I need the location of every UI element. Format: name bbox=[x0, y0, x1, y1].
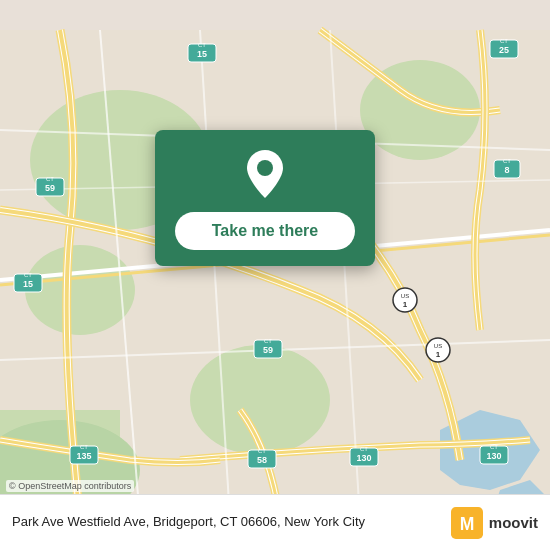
bottom-bar: Park Ave Westfield Ave, Bridgeport, CT 0… bbox=[0, 494, 550, 550]
osm-attribution: © OpenStreetMap contributors bbox=[6, 480, 134, 492]
moovit-brand-text: moovit bbox=[489, 514, 538, 531]
popup-card: Take me there bbox=[155, 130, 375, 266]
take-me-there-button[interactable]: Take me there bbox=[175, 212, 355, 250]
svg-text:CT: CT bbox=[503, 158, 511, 164]
svg-text:CT: CT bbox=[198, 42, 206, 48]
address-text: Park Ave Westfield Ave, Bridgeport, CT 0… bbox=[12, 513, 451, 531]
svg-text:135: 135 bbox=[76, 451, 91, 461]
svg-text:59: 59 bbox=[263, 345, 273, 355]
svg-text:CT: CT bbox=[490, 444, 498, 450]
svg-point-53 bbox=[257, 160, 273, 176]
map-container: 15 CT 25 CT 8 CT 15 CT 59 CT 59 CT US 1 … bbox=[0, 0, 550, 550]
svg-text:130: 130 bbox=[356, 453, 371, 463]
svg-text:15: 15 bbox=[23, 279, 33, 289]
svg-text:25: 25 bbox=[499, 45, 509, 55]
svg-text:US: US bbox=[434, 343, 442, 349]
svg-text:CT: CT bbox=[500, 38, 508, 44]
map-background: 15 CT 25 CT 8 CT 15 CT 59 CT 59 CT US 1 … bbox=[0, 0, 550, 550]
svg-text:CT: CT bbox=[264, 338, 272, 344]
svg-text:US: US bbox=[401, 293, 409, 299]
location-pin-icon bbox=[243, 148, 287, 200]
svg-text:M: M bbox=[460, 514, 475, 534]
svg-text:130: 130 bbox=[486, 451, 501, 461]
svg-text:CT: CT bbox=[80, 444, 88, 450]
svg-text:1: 1 bbox=[403, 300, 408, 309]
svg-text:CT: CT bbox=[24, 272, 32, 278]
svg-text:59: 59 bbox=[45, 183, 55, 193]
svg-text:1: 1 bbox=[436, 350, 441, 359]
svg-text:CT: CT bbox=[360, 446, 368, 452]
svg-text:8: 8 bbox=[504, 165, 509, 175]
svg-text:15: 15 bbox=[197, 49, 207, 59]
svg-text:CT: CT bbox=[258, 448, 266, 454]
svg-text:58: 58 bbox=[257, 455, 267, 465]
moovit-logo-icon: M bbox=[451, 507, 483, 539]
svg-text:CT: CT bbox=[46, 176, 54, 182]
moovit-logo: M moovit bbox=[451, 507, 538, 539]
